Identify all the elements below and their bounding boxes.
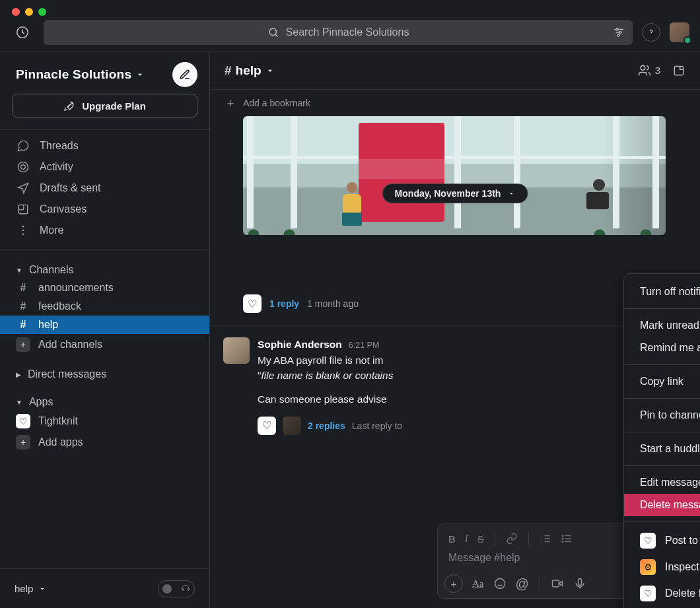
ctx-mark-unread[interactable]: Mark unread U <box>624 314 700 337</box>
reply-avatar-1[interactable]: ♡ <box>258 417 276 435</box>
plus-icon: + <box>16 337 30 352</box>
canvas-button[interactable] <box>672 64 685 77</box>
drafts-icon <box>16 182 30 195</box>
message-avatar[interactable] <box>223 337 250 364</box>
history-button[interactable] <box>11 20 34 44</box>
date-divider-button[interactable]: Monday, November 13th <box>382 184 528 203</box>
ctx-delete-community[interactable]: ♡ Delete from community Tightknit <box>624 580 700 607</box>
ctx-inspect[interactable]: ⚙ Inspect Slack Developer Tools <box>624 554 700 580</box>
ctx-copy-link[interactable]: Copy link L <box>624 370 700 393</box>
caret-down-icon: ▼ <box>16 267 22 274</box>
svg-point-5 <box>18 162 28 172</box>
search-input[interactable]: Search Pinnacle Solutions <box>44 20 633 45</box>
add-channels-label: Add channels <box>38 339 102 351</box>
footer-channel-jump[interactable]: help <box>15 583 46 594</box>
ctx-huddle[interactable]: Start a huddle in thread… <box>624 438 700 460</box>
mention-button[interactable]: @ <box>516 576 529 591</box>
sidebar-threads[interactable]: Threads <box>0 135 209 156</box>
sidebar-activity[interactable]: Activity <box>0 156 209 178</box>
apps-section-toggle[interactable]: ▼ Apps <box>0 389 209 411</box>
sidebar-more[interactable]: More <box>0 220 209 241</box>
svg-rect-12 <box>674 66 683 75</box>
message-text: My ABA payroll file is not im ng "file n… <box>258 353 685 407</box>
add-channels-button[interactable]: + Add channels <box>0 334 209 355</box>
ctx-edit[interactable]: Edit message E <box>624 471 700 494</box>
thread-reply-link[interactable]: 1 reply <box>269 298 299 309</box>
upgrade-label: Upgrade Plan <box>82 100 146 112</box>
channel-pane: # help 3 ＋ Add a bookmark <box>210 51 700 608</box>
channels-section-toggle[interactable]: ▼ Channels <box>0 257 209 279</box>
video-button[interactable] <box>551 577 564 590</box>
add-bookmark-button[interactable]: ＋ Add a bookmark <box>210 90 700 116</box>
add-apps-button[interactable]: + Add apps <box>0 432 209 453</box>
hash-icon: # <box>16 300 30 312</box>
ctx-delete[interactable]: Delete message… delete <box>624 494 700 516</box>
ctx-post-community[interactable]: ♡ Post to community Tightknit <box>624 527 700 554</box>
plus-icon: + <box>16 435 30 450</box>
formatting-toggle-button[interactable]: Aa <box>472 578 484 590</box>
maximize-window-button[interactable] <box>38 8 46 16</box>
search-filter-icon[interactable] <box>613 26 625 38</box>
message-author[interactable]: Sophie Anderson <box>258 337 342 352</box>
ctx-pin[interactable]: Pin to channel P <box>624 404 700 426</box>
channel-announcements[interactable]: # announcements <box>0 279 209 297</box>
thread-reply-time: 1 month ago <box>307 298 359 309</box>
chevron-down-icon <box>507 189 515 197</box>
compose-button[interactable] <box>172 62 197 87</box>
app-label: Tightknit <box>38 415 78 427</box>
channel-members-button[interactable]: 3 <box>638 64 660 77</box>
bullet-list-button[interactable] <box>561 533 573 545</box>
ctx-turn-off-notifications[interactable]: Turn off notifications for replies <box>624 281 700 303</box>
apps-section-label: Apps <box>29 396 53 408</box>
sidebar-drafts[interactable]: Drafts & sent <box>0 178 209 199</box>
message-image[interactable] <box>243 116 666 235</box>
plus-icon: ＋ <box>225 95 236 111</box>
sidebar-canvases[interactable]: Canvases <box>0 199 209 220</box>
workspace-switcher[interactable]: Pinnacle Solutions <box>16 67 145 82</box>
reply-avatar-2[interactable] <box>283 417 301 435</box>
minimize-window-button[interactable] <box>25 8 33 16</box>
chevron-down-icon <box>135 70 145 79</box>
more-icon <box>16 224 30 237</box>
app-tightknit[interactable]: ♡ Tightknit <box>0 411 209 432</box>
strike-button[interactable]: S <box>477 533 484 545</box>
message-time[interactable]: 6:21 PM <box>349 339 380 351</box>
svg-point-6 <box>21 165 26 170</box>
date-divider-label: Monday, November 13th <box>395 188 501 199</box>
add-bookmark-label: Add a bookmark <box>243 98 310 108</box>
svg-point-9 <box>22 226 24 228</box>
svg-point-10 <box>22 230 24 232</box>
emoji-button[interactable] <box>493 577 507 590</box>
attach-button[interactable]: + <box>444 574 463 593</box>
ordered-list-button[interactable] <box>540 533 551 545</box>
message-replies-link[interactable]: 2 replies <box>308 419 345 432</box>
channel-label: help <box>38 319 58 331</box>
channel-title-button[interactable]: # help <box>225 63 275 78</box>
upgrade-plan-button[interactable]: Upgrade Plan <box>12 94 197 118</box>
hash-icon: # <box>16 319 30 331</box>
caret-right-icon: ▶ <box>16 371 21 378</box>
italic-button[interactable]: I <box>465 533 468 545</box>
bold-button[interactable]: B <box>448 533 456 545</box>
huddle-toggle[interactable] <box>158 580 195 597</box>
svg-point-4 <box>617 34 619 36</box>
rocket-icon <box>63 100 75 112</box>
user-avatar[interactable] <box>670 22 689 42</box>
channel-label: announcements <box>38 282 114 294</box>
headphones-icon <box>181 584 190 593</box>
members-icon <box>638 64 651 77</box>
reply-avatar[interactable]: ♡ <box>243 294 262 313</box>
svg-point-18 <box>562 541 563 543</box>
help-button[interactable] <box>642 23 660 42</box>
message-context-menu: Turn off notifications for replies Mark … <box>623 273 700 608</box>
chevron-down-icon <box>265 66 275 75</box>
audio-button[interactable] <box>573 577 586 590</box>
ctx-remind-me[interactable]: Remind me about this › <box>624 337 700 359</box>
dm-section-toggle[interactable]: ▶ Direct messages <box>0 362 209 383</box>
close-window-button[interactable] <box>12 8 20 16</box>
svg-rect-21 <box>578 579 581 586</box>
message-replies-meta: Last reply to <box>352 419 402 432</box>
link-button[interactable] <box>506 533 518 545</box>
channel-help[interactable]: # help <box>0 316 209 334</box>
channel-feedback[interactable]: # feedback <box>0 297 209 316</box>
